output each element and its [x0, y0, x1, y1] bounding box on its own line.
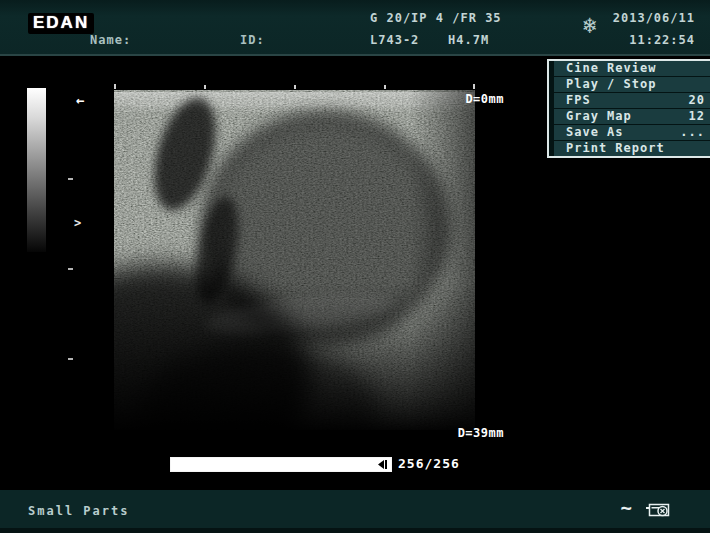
orientation-arrow-icon: ← — [76, 92, 84, 108]
probe-frequency: H4.7M — [448, 33, 489, 47]
menu-item-save-as[interactable]: Save As ... — [554, 125, 710, 140]
top-status-bar: EDAN Name: ID: G 20/IP 4 /FR 35 L743-2 H… — [0, 0, 710, 56]
playhead-icon[interactable] — [375, 459, 389, 470]
menu-item-value: 20 — [689, 93, 705, 108]
focus-marker-icon: > — [74, 216, 81, 230]
system-date: 2013/06/11 — [613, 11, 695, 25]
depth-end-label: D=39mm — [434, 426, 504, 440]
depth-tick — [68, 178, 73, 180]
cine-progress-bar[interactable] — [170, 457, 392, 472]
menu-item-label: Save As — [566, 125, 624, 140]
depth-start-label: D=0mm — [434, 92, 504, 106]
menu-item-play-stop[interactable]: Play / Stop — [554, 77, 710, 92]
soft-menu: Cine Review Play / Stop FPS 20 Gray Map … — [547, 59, 710, 158]
depth-tick — [68, 358, 73, 360]
menu-item-label: FPS — [566, 93, 591, 108]
menu-item-cine-review[interactable]: Cine Review — [554, 61, 710, 76]
menu-item-label: Print Report — [566, 141, 665, 156]
menu-item-label: Cine Review — [566, 61, 656, 76]
menu-item-value: ... — [680, 125, 705, 140]
scan-image — [109, 82, 480, 438]
body-mark-icon: ~ — [621, 496, 632, 518]
exam-mode-label: Small Parts — [28, 504, 129, 518]
menu-item-fps[interactable]: FPS 20 — [554, 93, 710, 108]
menu-item-value: 12 — [689, 109, 705, 124]
cine-frame-counter: 256/256 — [398, 456, 460, 471]
printer-icon — [645, 500, 670, 519]
menu-item-label: Gray Map — [566, 109, 632, 124]
patient-name-label: Name: — [90, 33, 131, 47]
gray-map-bar — [27, 88, 46, 252]
depth-tick — [68, 268, 73, 270]
menu-item-print-report[interactable]: Print Report — [554, 141, 710, 156]
ultrasound-screen: EDAN Name: ID: G 20/IP 4 /FR 35 L743-2 H… — [0, 0, 710, 533]
width-scale-ticks — [114, 84, 475, 89]
system-time: 11:22:54 — [629, 33, 695, 47]
imaging-params: G 20/IP 4 /FR 35 — [370, 11, 502, 25]
freeze-snowflake-icon: ❄ — [583, 14, 597, 37]
bottom-status-bar: Small Parts ~ — [0, 490, 710, 533]
edan-logo: EDAN — [28, 13, 94, 34]
menu-item-gray-map[interactable]: Gray Map 12 — [554, 109, 710, 124]
probe-model: L743-2 — [370, 33, 419, 47]
patient-id-label: ID: — [240, 33, 265, 47]
menu-item-label: Play / Stop — [566, 77, 656, 92]
